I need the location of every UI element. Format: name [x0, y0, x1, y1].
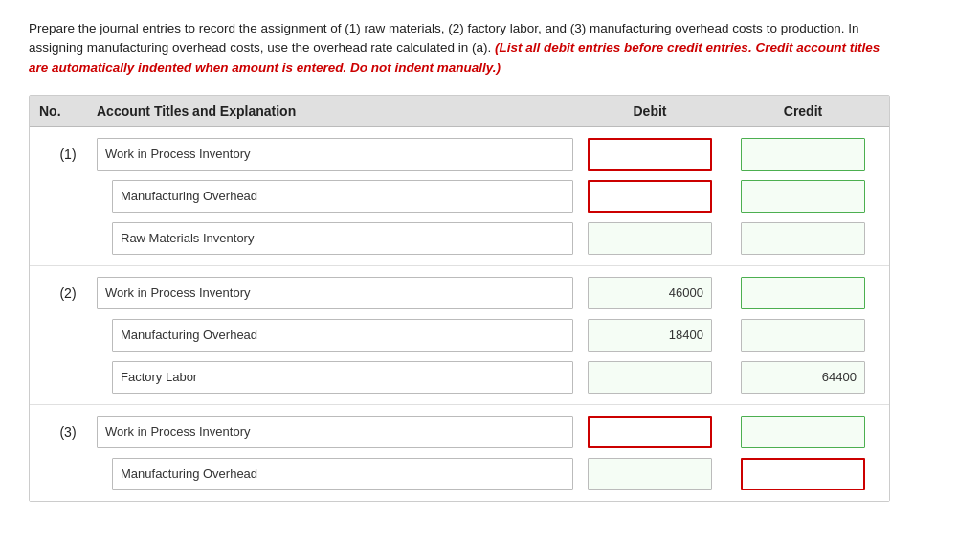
group-number-1: (1): [39, 147, 97, 162]
table-row: [30, 453, 889, 495]
table-row: [30, 175, 889, 217]
group-number-2: (2): [39, 285, 97, 301]
credit-input-2-2[interactable]: [741, 319, 865, 352]
debit-input-3-2[interactable]: [588, 458, 712, 490]
debit-input-1-2[interactable]: [588, 180, 712, 213]
credit-input-1-2[interactable]: [741, 180, 865, 213]
debit-input-3-1[interactable]: [588, 416, 712, 448]
account-input-2-1[interactable]: [97, 277, 573, 309]
debit-input-2-3[interactable]: [588, 361, 712, 394]
account-input-1-3[interactable]: [112, 222, 573, 255]
table-body: (1)(2)(3): [30, 127, 889, 501]
header-debit: Debit: [573, 103, 726, 119]
header-no: No.: [39, 103, 97, 119]
credit-input-2-1[interactable]: [741, 277, 865, 309]
table-row: [30, 314, 889, 356]
header-credit: Credit: [726, 103, 880, 119]
table-row: (2): [30, 272, 889, 314]
account-input-3-2[interactable]: [112, 458, 573, 490]
account-input-3-1[interactable]: [97, 416, 573, 448]
debit-input-1-1[interactable]: [588, 138, 712, 171]
instructions-line1: Prepare the journal entries to record th…: [29, 21, 763, 35]
credit-input-3-2[interactable]: [741, 458, 865, 490]
group-number-3: (3): [39, 424, 97, 440]
account-input-2-2[interactable]: [112, 319, 573, 352]
credit-input-2-3[interactable]: [741, 361, 865, 394]
account-input-1-2[interactable]: [112, 180, 573, 213]
credit-input-3-1[interactable]: [741, 416, 865, 448]
account-input-2-3[interactable]: [112, 361, 573, 394]
credit-input-1-3[interactable]: [741, 222, 865, 255]
journal-group-3: (3): [30, 405, 889, 501]
table-row: (3): [30, 411, 889, 453]
debit-input-2-1[interactable]: [588, 277, 712, 309]
table-row: (1): [30, 133, 889, 175]
table-header: No. Account Titles and Explanation Debit…: [30, 96, 889, 127]
debit-input-1-3[interactable]: [588, 222, 712, 255]
table-row: [30, 217, 889, 260]
journal-group-1: (1): [30, 127, 889, 266]
debit-input-2-2[interactable]: [588, 319, 712, 352]
account-input-1-1[interactable]: [97, 138, 573, 171]
credit-input-1-1[interactable]: [741, 138, 865, 171]
journal-group-2: (2): [30, 266, 889, 405]
journal-table: No. Account Titles and Explanation Debit…: [29, 95, 890, 502]
instructions: Prepare the journal entries to record th…: [29, 19, 890, 78]
header-account: Account Titles and Explanation: [97, 103, 573, 119]
table-row: [30, 356, 889, 398]
